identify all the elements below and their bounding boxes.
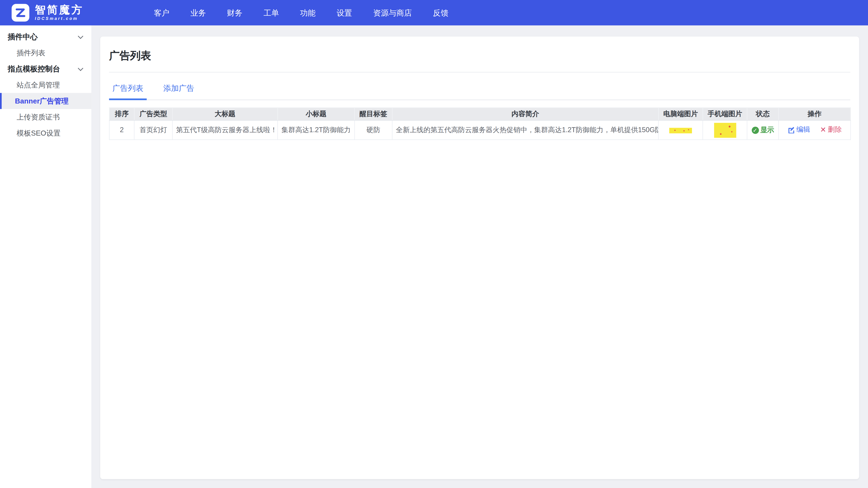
table-row: 2 首页幻灯 第五代T级高防云服务器上线啦！ 集群高达1.2T防御能力 硬防 全… [110, 121, 850, 140]
tab-bar: 广告列表 添加广告 [109, 84, 850, 100]
status-badge: ✓ 显示 [751, 125, 774, 135]
menu-item-finance[interactable]: 财务 [217, 0, 253, 26]
sidebar-group-plugin-center[interactable]: 插件中心 [0, 29, 91, 45]
app-root: 智简魔方 IDCSmart.com 客户 业务 财务 工单 功能 设置 资源与商… [0, 0, 868, 488]
cell-ad-type: 首页幻灯 [134, 121, 173, 140]
sidebar-group-template-console[interactable]: 指点模板控制台 [0, 61, 91, 77]
sidebar-item-template-seo[interactable]: 模板SEO设置 [0, 125, 91, 141]
col-pc-image: 电脑端图片 [658, 107, 703, 120]
divider [109, 72, 850, 72]
mobile-banner-thumbnail[interactable] [714, 123, 736, 137]
sidebar-item-banner-ads[interactable]: Banner广告管理 [0, 93, 91, 109]
col-big-title: 大标题 [173, 107, 278, 120]
menu-item-feedback[interactable]: 反馈 [423, 0, 459, 26]
sidebar-group-label: 插件中心 [8, 32, 37, 42]
cell-order: 2 [110, 121, 134, 140]
cell-status: ✓ 显示 [747, 121, 779, 140]
edit-icon [787, 126, 795, 133]
cell-actions: 编辑 ✕ 删除 [778, 121, 850, 140]
chevron-down-icon [78, 33, 84, 41]
top-navbar: 智简魔方 IDCSmart.com 客户 业务 财务 工单 功能 设置 资源与商… [0, 0, 868, 26]
menu-item-tickets[interactable]: 工单 [253, 0, 289, 26]
chevron-down-icon [78, 65, 84, 73]
content-area: 广告列表 广告列表 添加广告 [91, 26, 868, 488]
sidebar-group-label: 指点模板控制台 [8, 64, 60, 74]
cell-tag: 硬防 [355, 121, 393, 140]
col-status: 状态 [747, 107, 779, 120]
sidebar: 插件中心 插件列表 指点模板控制台 站点全局管理 Banner广告管理 上传资质… [0, 26, 91, 488]
tab-add-ad[interactable]: 添加广告 [160, 84, 198, 100]
sidebar-item-plugin-list[interactable]: 插件列表 [0, 45, 91, 61]
cell-mobile-image [703, 121, 747, 140]
cell-sub-title: 集群高达1.2T防御能力 [278, 121, 354, 140]
menu-item-features[interactable]: 功能 [289, 0, 326, 26]
tab-ad-list[interactable]: 广告列表 [109, 84, 147, 100]
col-summary: 内容简介 [392, 107, 658, 120]
brand-logo[interactable]: 智简魔方 IDCSmart.com [11, 3, 84, 22]
edit-link[interactable]: 编辑 [787, 125, 810, 134]
delete-x-icon: ✕ [820, 126, 826, 133]
col-order: 排序 [110, 107, 134, 120]
menu-item-customers[interactable]: 客户 [143, 0, 180, 26]
table-header-row: 排序 广告类型 大标题 小标题 醒目标签 内容简介 电脑端图片 手机端图片 状态… [110, 107, 850, 120]
page-title: 广告列表 [109, 49, 850, 63]
edit-label: 编辑 [796, 125, 810, 134]
delete-link[interactable]: ✕ 删除 [820, 125, 842, 134]
menu-item-resources-store[interactable]: 资源与商店 [363, 0, 422, 26]
cell-summary: 全新上线的第五代高防云服务器火热促销中，集群高达1.2T防御能力，单机提供150… [392, 121, 658, 140]
top-menu: 客户 业务 财务 工单 功能 设置 资源与商店 反馈 [143, 0, 459, 26]
menu-item-business[interactable]: 业务 [180, 0, 217, 26]
status-label: 显示 [761, 125, 774, 135]
sidebar-item-site-global[interactable]: 站点全局管理 [0, 77, 91, 93]
col-ad-type: 广告类型 [134, 107, 173, 120]
delete-label: 删除 [828, 125, 842, 134]
ad-table: 排序 广告类型 大标题 小标题 醒目标签 内容简介 电脑端图片 手机端图片 状态… [109, 107, 851, 140]
sidebar-item-upload-certificates[interactable]: 上传资质证书 [0, 109, 91, 125]
brand-name: 智简魔方 [35, 4, 84, 15]
col-mobile-image: 手机端图片 [703, 107, 747, 120]
col-tag: 醒目标签 [355, 107, 393, 120]
col-sub-title: 小标题 [278, 107, 354, 120]
pc-banner-thumbnail[interactable] [669, 128, 692, 133]
cell-pc-image [658, 121, 703, 140]
col-actions: 操作 [778, 107, 850, 120]
brand-domain: IDCSmart.com [35, 17, 84, 21]
cell-big-title: 第五代T级高防云服务器上线啦！ [173, 121, 278, 140]
menu-item-settings[interactable]: 设置 [326, 0, 363, 26]
brand-logo-icon [11, 3, 30, 22]
ad-list-card: 广告列表 广告列表 添加广告 [100, 37, 859, 479]
check-circle-icon: ✓ [751, 127, 758, 134]
